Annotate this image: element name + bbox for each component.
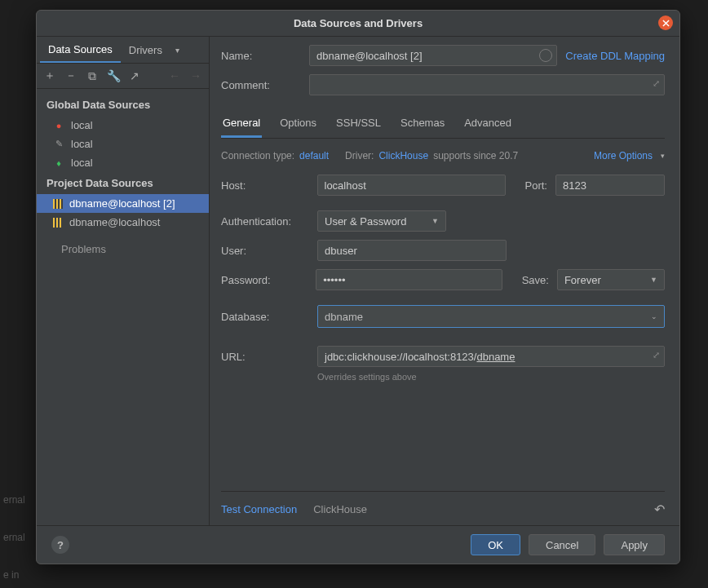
expand-icon[interactable]: ⤢ [653,78,660,89]
name-label: Name: [221,50,301,62]
port-input[interactable] [555,175,665,196]
url-label: URL: [221,351,309,363]
connection-type-link[interactable]: default [299,150,329,161]
clickhouse-icon [53,218,63,228]
tab-options[interactable]: Options [278,112,318,138]
forward-icon: → [189,69,202,82]
save-label: Save: [522,274,549,286]
project-sources-heading: Project Data Sources [37,172,209,194]
connection-type-label: Connection type: [221,150,294,161]
global-source-item[interactable]: ● local [37,116,209,135]
url-prefix: jdbc:clickhouse://localhost:8123/ [325,351,476,363]
password-label: Password: [221,274,308,286]
url-db: dbname [476,351,515,363]
datasource-icon: ♦ [53,157,64,169]
wrench-icon[interactable]: 🔧 [107,69,120,82]
create-ddl-mapping-link[interactable]: Create DDL Mapping [565,50,665,62]
dialog-footer: ? OK Cancel Apply [37,525,679,564]
password-input[interactable] [316,269,502,290]
chevron-down-icon: ⌄ [651,312,657,321]
project-source-item[interactable]: dbname@localhost [37,213,209,232]
chevron-down-icon: ▼ [431,217,439,225]
revert-icon[interactable]: ↶ [654,502,665,517]
ok-button[interactable]: OK [471,534,520,555]
host-label: Host: [221,179,309,192]
expand-icon[interactable]: ⤢ [653,350,660,360]
comment-input[interactable] [309,74,665,95]
apply-button[interactable]: Apply [604,534,665,555]
tab-drivers[interactable]: Drivers [121,38,170,62]
project-source-item[interactable]: dbname@localhost [2] [37,194,209,213]
database-combo[interactable]: dbname ⌄ [317,305,665,328]
user-input[interactable] [317,240,507,261]
left-toolbar: ＋ － ⧉ 🔧 ↗ ← → [37,64,209,89]
datasource-icon: ● [53,120,64,131]
settings-tabs: General Options SSH/SSL Schemas Advanced [221,112,665,139]
copy-icon[interactable]: ⧉ [86,69,99,83]
data-sources-dialog: Data Sources and Drivers Data Sources Dr… [36,10,680,564]
port-label: Port: [525,179,547,192]
tab-data-sources[interactable]: Data Sources [40,37,121,63]
close-icon [662,20,670,27]
data-source-tree: Global Data Sources ● local ✎ local ♦ lo… [37,89,209,525]
titlebar: Data Sources and Drivers [37,11,679,37]
remove-icon[interactable]: － [64,69,77,83]
driver-link[interactable]: ClickHouse [378,150,428,161]
dialog-title: Data Sources and Drivers [294,17,423,29]
auth-label: Authentication: [221,215,309,228]
add-icon[interactable]: ＋ [43,69,56,83]
tab-advanced[interactable]: Advanced [462,112,513,138]
chevron-down-icon: ▼ [650,276,657,284]
right-panel: Name: Create DDL Mapping Comment: ⤢ Gene… [210,37,679,525]
test-connection-link[interactable]: Test Connection [221,503,297,515]
driver-supports-text: supports since 20.7 [433,150,518,161]
datasource-label: local [71,119,93,131]
url-input[interactable]: jdbc:clickhouse://localhost:8123/dbname [317,346,665,367]
problems-item[interactable]: Problems [37,232,209,259]
global-sources-heading: Global Data Sources [37,94,209,116]
save-value: Forever [564,274,601,286]
help-button[interactable]: ? [51,536,69,554]
save-select[interactable]: Forever ▼ [557,269,665,290]
tab-ssh-ssl[interactable]: SSH/SSL [334,112,383,138]
driver-name-text: ClickHouse [313,503,367,515]
datasource-label: dbname@localhost [2] [69,197,175,210]
more-options-text: More Options [594,150,653,161]
chevron-down-icon: ▾ [661,152,665,160]
tab-schemas[interactable]: Schemas [399,112,446,138]
tab-general[interactable]: General [221,112,262,138]
global-source-item[interactable]: ♦ local [37,153,209,172]
cancel-button[interactable]: Cancel [529,534,595,555]
left-panel: Data Sources Drivers ▾ ＋ － ⧉ 🔧 ↗ ← → Glo… [37,37,210,525]
datasource-icon: ✎ [53,139,64,150]
global-source-item[interactable]: ✎ local [37,135,209,153]
back-icon: ← [168,69,181,82]
close-button[interactable] [658,15,673,30]
datasource-label: local [71,138,93,150]
comment-label: Comment: [221,79,301,91]
make-global-icon[interactable]: ↗ [128,69,141,82]
chevron-down-icon[interactable]: ▾ [170,39,184,61]
clickhouse-icon [53,199,63,209]
host-input[interactable] [317,175,506,196]
user-label: User: [221,245,309,257]
url-hint: Overrides settings above [317,372,665,382]
auth-value: User & Password [325,215,406,228]
database-label: Database: [221,311,309,323]
auth-select[interactable]: User & Password ▼ [317,210,446,232]
database-value: dbname [325,311,363,323]
name-input[interactable] [309,45,557,66]
datasource-label: dbname@localhost [69,216,160,228]
datasource-label: local [71,157,93,169]
more-options-link[interactable]: More Options ▾ [594,150,665,161]
driver-label: Driver: [345,150,374,161]
